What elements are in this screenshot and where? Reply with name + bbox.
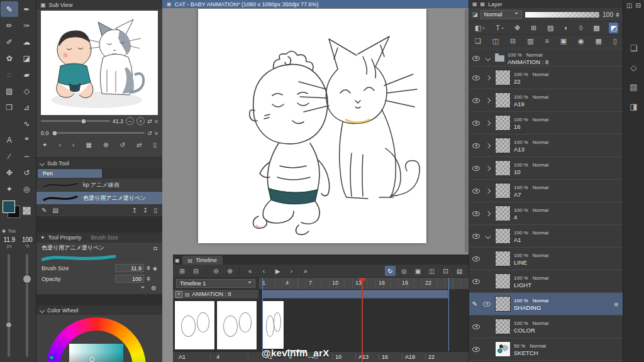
rotate-slider-knob[interactable] <box>52 130 58 136</box>
text-layer-icon[interactable]: T <box>494 23 505 33</box>
opacity-stepper[interactable] <box>147 275 150 283</box>
new-animation-cel-icon[interactable]: ▣ <box>413 266 423 276</box>
play-icon[interactable]: ▶ <box>272 266 283 276</box>
prev-frame-icon[interactable]: ‹ <box>258 266 269 276</box>
timeline-menu-icon[interactable]: ▤ <box>454 266 465 276</box>
ruler-layer-icon[interactable]: ◊ <box>578 23 584 33</box>
fit-view-icon[interactable]: ▦ <box>86 141 91 148</box>
expand-toggle[interactable] <box>484 57 492 60</box>
sub-tool-header[interactable]: Sub Tool <box>36 158 162 168</box>
expand-toggle[interactable] <box>484 99 492 102</box>
eyedropper-mode-icon[interactable]: ✦ <box>42 141 47 148</box>
mask-area-icon[interactable]: ◧ <box>474 23 486 33</box>
airbrush-tool-icon[interactable]: ☁ <box>18 34 36 50</box>
brush-size-slider-knob[interactable] <box>6 322 12 328</box>
sub-view-menu-icon[interactable]: ≡ <box>155 118 158 124</box>
dock-panel-icon[interactable]: ◫ <box>626 2 632 9</box>
reference-layer-icon[interactable]: ◩ <box>609 23 618 33</box>
playhead[interactable] <box>362 278 363 362</box>
expand-toggle[interactable] <box>484 144 492 148</box>
layer-panel-title-row[interactable]: ▦ ▦ Layer <box>469 0 623 8</box>
layer-thumbnail[interactable] <box>495 206 511 221</box>
brush-size-stepper[interactable] <box>147 264 150 272</box>
line-correct-tool-icon[interactable]: ∕ <box>1 148 18 164</box>
layer-row-folder[interactable]: 100 %Normal A19 <box>469 89 623 112</box>
sub-tool-group-pen[interactable]: Pen <box>38 169 102 178</box>
timeline-tab[interactable]: ▤ Timeline <box>182 256 223 265</box>
move-layer-icon[interactable]: ✥ <box>513 23 521 33</box>
rotate-image-icon[interactable]: ↺ <box>119 141 125 148</box>
pastel-tool-icon[interactable]: ✑ <box>18 18 36 33</box>
sub-view-header[interactable]: ▣ Sub View <box>36 0 162 9</box>
brush-size-slider[interactable] <box>8 254 10 357</box>
layer-row-folder[interactable]: 100 %Normal A13 <box>469 134 623 157</box>
flip-image-icon[interactable]: ⇄ <box>136 141 142 148</box>
timeline-name-dropdown[interactable]: Timeline 1 <box>176 279 255 288</box>
layer-thumbnail[interactable] <box>495 296 511 312</box>
delete-layer-icon[interactable]: ▯ <box>612 36 618 47</box>
sub-tool-item[interactable]: kp アニメ線画 <box>36 178 162 192</box>
layer-thumbnail[interactable] <box>495 160 511 176</box>
blend-tool-icon[interactable]: ◌ <box>1 67 18 82</box>
opacity-slider[interactable] <box>26 254 28 357</box>
playback-range-end[interactable] <box>448 278 449 351</box>
balloon-tool-icon[interactable]: ❝ <box>18 132 36 148</box>
apply-mask-icon[interactable]: ◉ <box>577 36 586 47</box>
pen-tool-icon[interactable]: ✎ <box>1 1 18 17</box>
document-title-bar[interactable]: ▣ CAT - BABY ANIMATION* (1080 x 1080px 3… <box>162 0 469 8</box>
layer-thumbnail-sketch[interactable] <box>495 341 511 357</box>
opacity-slider-knob[interactable] <box>23 275 31 283</box>
layer-thumbnail[interactable] <box>495 92 511 108</box>
layer-row-light[interactable]: 100 %Normal LIGHT <box>469 270 623 293</box>
canvas-vertical-scrollbar[interactable] <box>465 9 468 253</box>
drag-handle-icon[interactable]: ≡ <box>614 300 618 308</box>
new-timeline-icon[interactable]: ⊞ <box>177 266 187 276</box>
layer-row-folder[interactable]: 100 %Normal 4 <box>469 202 623 225</box>
edit-subtool-icon[interactable]: ✎ <box>42 207 47 214</box>
duplicate-subtool-icon[interactable]: ↧ <box>143 207 148 214</box>
cel-thumbnail[interactable] <box>262 300 284 349</box>
ruler-tool-icon[interactable]: ⊿ <box>18 99 36 115</box>
pencil-tool-icon[interactable]: ✏ <box>1 18 18 33</box>
navigator-panel-icon[interactable]: ▤ <box>630 82 637 92</box>
expand-toggle[interactable] <box>484 212 492 216</box>
sub-view-rotate-slider[interactable] <box>52 132 145 134</box>
layer-thumbnail[interactable] <box>495 70 511 85</box>
expand-toggle[interactable] <box>484 167 492 170</box>
hand-tool-icon[interactable]: ✥ <box>1 165 18 180</box>
layer-row-color[interactable]: 100 %Normal COLOR <box>469 315 623 338</box>
gradient-tool-icon[interactable]: ▨ <box>1 83 18 99</box>
layer-opacity-slider[interactable] <box>525 11 601 18</box>
remove-image-icon[interactable]: ▯ <box>153 141 157 148</box>
screen-tone-icon[interactable]: ▩ <box>592 23 601 33</box>
new-cel-button[interactable]: + <box>175 291 182 298</box>
expand-toggle[interactable] <box>484 76 492 80</box>
layer-thumbnail[interactable] <box>495 273 511 289</box>
divide-frame-icon[interactable]: ▦ <box>594 36 603 47</box>
blend-mode-dropdown[interactable]: Normal <box>480 10 522 19</box>
export-animation-icon[interactable]: ⊡ <box>440 266 451 276</box>
expand-toggle[interactable] <box>484 234 492 238</box>
layer-visibility-toggle[interactable] <box>471 75 481 80</box>
new-raster-layer-icon[interactable]: ❏ <box>474 36 482 47</box>
layer-row-folder[interactable]: 100 %Normal 10 <box>469 157 623 180</box>
layer-visibility-toggle[interactable] <box>471 56 481 61</box>
subtool-list-icon[interactable]: ▤ <box>52 207 58 214</box>
hue-marker[interactable] <box>49 355 54 360</box>
layer-visibility-toggle[interactable] <box>471 324 481 329</box>
layer-opacity-stepper[interactable] <box>616 11 619 19</box>
lasso-tool-icon[interactable]: ∿ <box>18 116 36 131</box>
brush-size-picker-icon[interactable]: ◈ <box>153 265 157 272</box>
panel-dock-icon[interactable]: ▣ <box>175 258 180 263</box>
timeline-settings-icon[interactable]: ⊟ <box>191 266 201 276</box>
cel-preview-a1[interactable] <box>174 300 215 350</box>
layer-visibility-toggle[interactable] <box>471 166 481 171</box>
layer-thumbnail[interactable] <box>495 138 511 153</box>
transparent-color-swatch[interactable] <box>23 207 31 215</box>
sub-tool-item-selected[interactable]: 色塗り用アニメ塗りペン <box>36 192 162 205</box>
expand-properties-icon[interactable] <box>141 287 145 290</box>
go-to-end-icon[interactable]: » <box>300 266 311 276</box>
drawing-canvas[interactable] <box>198 9 426 243</box>
expand-toggle[interactable] <box>484 189 492 193</box>
frame-tool-icon[interactable]: ❒ <box>1 99 18 115</box>
